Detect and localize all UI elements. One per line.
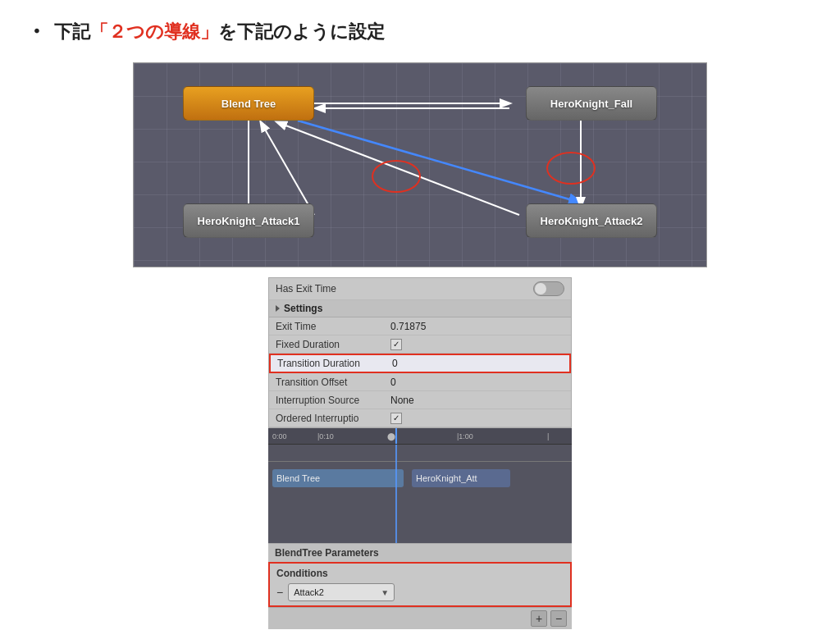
highlight-circle-1 xyxy=(372,160,421,193)
interruption-source-value: None xyxy=(390,395,564,406)
has-exit-time-label: Has Exit Time xyxy=(276,283,533,294)
timeline-blue-line xyxy=(395,445,397,543)
track-blend-tree: Blend Tree xyxy=(272,469,404,487)
has-exit-time-row: Has Exit Time xyxy=(269,278,571,300)
settings-label: Settings xyxy=(284,303,322,314)
ruler-mark-4: | xyxy=(547,432,549,441)
conditions-row: − Attack2 ▼ xyxy=(276,583,564,601)
inspector-row-fixed-duration: Fixed Duration ✓ xyxy=(269,336,571,354)
blend-params: BlendTree Parameters xyxy=(268,543,572,562)
transition-duration-value: 0 xyxy=(392,358,563,369)
track-heroknight: HeroKnight_Att xyxy=(412,469,510,487)
timeline-tracks: Blend Tree HeroKnight_Att xyxy=(268,445,572,543)
triangle-icon xyxy=(276,305,280,312)
inspector-row-ordered-interruption: Ordered Interruptio ✓ xyxy=(269,409,571,427)
ruler-mark-2: ⬤ xyxy=(387,432,395,441)
interruption-source-label: Interruption Source xyxy=(276,395,390,406)
page-title: ・ 下記 「２つの導線」 を下記のように設定 xyxy=(25,16,815,48)
conditions-title: Conditions xyxy=(276,568,564,579)
bullet-point: ・ xyxy=(25,16,48,48)
timeline-area: 0:00 |0:10 ⬤ |1:00 | Blend Tree HeroKnig… xyxy=(268,428,572,543)
conditions-minus-icon[interactable]: − xyxy=(276,586,283,599)
node-heroknight-fall[interactable]: HeroKnight_Fall xyxy=(526,86,657,121)
exit-time-label: Exit Time xyxy=(276,321,390,332)
title-prefix: 下記 xyxy=(54,20,90,44)
ruler-mark-0: 0:00 xyxy=(272,432,287,441)
ordered-interruption-checkbox[interactable]: ✓ xyxy=(390,413,402,424)
toggle-knob xyxy=(535,283,546,294)
transition-offset-value: 0 xyxy=(390,377,564,388)
inspector-panel: Has Exit Time Settings Exit Time 0.71875… xyxy=(268,277,572,428)
inspector-row-transition-duration: Transition Duration 0 xyxy=(269,354,571,373)
track-line-1 xyxy=(268,461,572,462)
node-heroknight-attack2[interactable]: HeroKnight_Attack2 xyxy=(526,203,657,238)
title-suffix: を下記のように設定 xyxy=(218,20,385,44)
transition-offset-label: Transition Offset xyxy=(276,377,390,388)
settings-header[interactable]: Settings xyxy=(269,300,571,317)
fixed-duration-checkbox[interactable]: ✓ xyxy=(390,339,402,350)
ordered-interruption-label: Ordered Interruptio xyxy=(276,413,390,424)
conditions-dropdown[interactable]: Attack2 ▼ xyxy=(288,583,395,601)
playhead-line xyxy=(395,428,397,444)
fixed-duration-label: Fixed Duration xyxy=(276,339,390,350)
dropdown-arrow-icon: ▼ xyxy=(381,588,389,597)
add-remove-row: + − xyxy=(268,607,572,629)
title-highlight: 「２つの導線」 xyxy=(90,20,218,44)
has-exit-time-toggle[interactable] xyxy=(533,281,564,296)
ruler-mark-1: |0:10 xyxy=(317,432,334,441)
inspector-row-transition-offset: Transition Offset 0 xyxy=(269,373,571,391)
node-blend-tree[interactable]: Blend Tree xyxy=(183,86,314,121)
conditions-item-label: Attack2 xyxy=(294,587,324,597)
remove-condition-button[interactable]: − xyxy=(550,610,567,627)
inspector-row-exit-time: Exit Time 0.71875 xyxy=(269,317,571,336)
animator-graph: Blend Tree HeroKnight_Fall HeroKnight_At… xyxy=(133,62,707,267)
node-heroknight-attack1[interactable]: HeroKnight_Attack1 xyxy=(183,203,314,238)
conditions-section: Conditions − Attack2 ▼ xyxy=(268,562,572,607)
timeline-ruler: 0:00 |0:10 ⬤ |1:00 | xyxy=(268,428,572,445)
highlight-circle-2 xyxy=(546,152,596,185)
add-condition-button[interactable]: + xyxy=(531,610,547,627)
transition-duration-label: Transition Duration xyxy=(277,358,392,369)
exit-time-value: 0.71875 xyxy=(390,321,564,332)
inspector-row-interruption-source: Interruption Source None xyxy=(269,391,571,409)
ruler-mark-3: |1:00 xyxy=(457,432,473,441)
track-row-1: Blend Tree HeroKnight_Att xyxy=(272,469,568,489)
